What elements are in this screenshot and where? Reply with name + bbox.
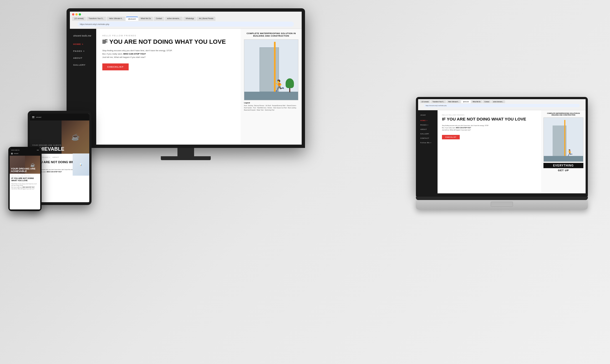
tab-art[interactable]: Art | Bored Panda (197, 17, 215, 21)
laptop-nav-home[interactable]: HOME > (420, 120, 435, 121)
close-dot[interactable] (72, 13, 74, 16)
laptop: (12 unread) Transform Your S... Helix Ul… (416, 97, 588, 210)
tablet-nav-about[interactable]: ABOUT (52, 157, 59, 158)
browser-bar: (12 unread) Transform Your S... Helix Ul… (70, 12, 302, 29)
laptop-trackpad[interactable] (491, 202, 513, 207)
sidebar-item-pages[interactable]: PAGES > (73, 50, 93, 52)
maximize-dot[interactable] (79, 13, 81, 16)
url-text: https://vincent.only1.me/index.php (80, 23, 109, 25)
laptop-tab-6[interactable]: Contact (483, 100, 491, 103)
tab-transform[interactable]: Transform Your S... (87, 17, 106, 21)
legend-items: Roof · Decking · Balcony/Terrace · Lift … (244, 104, 298, 111)
laptop-nav-pages[interactable]: PAGES > (420, 124, 435, 126)
tab-whatsapp[interactable]: WhatsApp (183, 17, 196, 21)
laptop-building-ground (544, 156, 583, 162)
laptop-headline: IF YOU ARE NOT DOING WHAT YOU LOVE (442, 117, 537, 122)
laptop-runner: 🏃 (566, 149, 573, 157)
laptop-nav-follow[interactable]: Follow Me > (420, 142, 435, 143)
phone-logo: vincent (14, 153, 18, 154)
laptop-sidebar: vincent HOME > PAGES > ABOUT GALLERY CON… (418, 110, 438, 193)
phone-carrier: vincent.only1.me (11, 149, 19, 151)
monitor-screen-outer: (12 unread) Transform Your S... Helix Ul… (67, 8, 305, 148)
laptop-nav-about[interactable]: ABOUT (420, 129, 435, 130)
minimize-dot[interactable] (75, 13, 78, 16)
hello-text: HELLO FELLOW FRIENDS (102, 34, 235, 37)
phone-signal: ●●● (37, 149, 39, 151)
tab-unread[interactable]: (12 unread) (72, 17, 86, 21)
browser-controls (72, 13, 299, 16)
laptop-browser-bar: (12 unread) Transform Your S... Helix Ul… (418, 99, 586, 110)
laptop-tab-2[interactable]: Transform Your S... (431, 100, 446, 103)
tab-whatwedo[interactable]: What We Do (139, 17, 153, 21)
phone-status-bar: vincent.only1.me ●●● (10, 148, 40, 151)
monitor-main: HELLO FELLOW FRIENDS IF YOU ARE NOT DOIN… (96, 29, 241, 145)
laptop-tab-1[interactable]: (12 unread) (420, 100, 430, 103)
laptop-getup-text: GET UP (543, 169, 583, 172)
laptop-building-pole (564, 120, 565, 156)
phone-headline: IF YOU ARE NOT DOING WHAT YOU LOVE (11, 177, 39, 182)
laptop-screen: (12 unread) Transform Your S... Helix Ul… (418, 99, 586, 193)
laptop-nav-gallery[interactable]: GALLERY (420, 133, 435, 135)
url-bar[interactable]: https://vincent.only1.me/index.php (78, 22, 294, 27)
tablet-header: vincent (30, 114, 89, 121)
tablet-nav-pages[interactable]: PAGES > (42, 157, 50, 158)
monitor-stand-neck (177, 148, 194, 156)
building-diagram: 🏃 (244, 39, 298, 100)
laptop-bottom-frame (416, 194, 588, 197)
monitor-content: vincent tools.me HOME > PAGES > ABOUT GA… (70, 29, 302, 145)
tab-vincent[interactable]: @vincent (126, 17, 138, 21)
laptop-screen-outer: (12 unread) Transform Your S... Helix Ul… (416, 97, 588, 194)
legend-title: Legend (244, 102, 298, 104)
laptop-right-panel: COMPLETE WATERPROOFING SOLUTION IN BUILD… (541, 110, 586, 193)
browser-tabs: (12 unread) Transform Your S... Helix Ul… (72, 17, 299, 21)
tablet-diagram-small: 📊 (73, 153, 89, 176)
laptop-nav-contact[interactable]: CONTACT (420, 137, 435, 139)
laptop-hinge (416, 197, 588, 200)
building-ground (244, 92, 298, 100)
laptop-base (416, 200, 588, 210)
laptop-building-diagram: 🏃 (543, 117, 583, 162)
monitor-stand-base (161, 156, 211, 160)
legend-box: Legend Roof · Decking · Balcony/Terrace … (244, 102, 298, 111)
laptop-tab-3[interactable]: Helix Ultimate fr... (447, 100, 461, 103)
laptop-url-bar[interactable]: https://vincent.only1.me/index.php (424, 104, 580, 107)
monitor-right-panel: COMPLETE WATERPROOFING SOLUTION IN BUILD… (241, 29, 302, 145)
laptop-browser-tabs: (12 unread) Transform Your S... Helix Ul… (420, 100, 584, 103)
phone-hero: ☕ YOUR DREAMS ARE ACHIEVABLE (10, 156, 40, 174)
tablet-logo: vincent (36, 116, 41, 118)
tablet-hero-subtitle: YOUR DREAMS ARE ALWAYS (32, 144, 87, 146)
phone-header: vincent (10, 151, 40, 156)
laptop-sidebar-logo: vincent (420, 114, 435, 116)
phone-hero-text: YOUR DREAMS ARE ACHIEVABLE (11, 168, 39, 173)
tab-helix[interactable]: Helix Ultimate fr... (107, 17, 125, 21)
desktop-monitor: (12 unread) Transform Your S... Helix Ul… (67, 8, 305, 160)
building-tree (286, 78, 294, 92)
scene: (12 unread) Transform Your S... Helix Ul… (0, 0, 610, 364)
laptop-tab-5[interactable]: What We Do (471, 100, 482, 103)
waterproof-title: COMPLETE WATERPROOFING SOLUTION IN BUILD… (244, 32, 298, 37)
sidebar-item-home[interactable]: HOME > (73, 43, 93, 45)
phone-hamburger-icon[interactable] (11, 153, 13, 154)
laptop-tab-7[interactable]: active domains... (491, 100, 505, 103)
laptop-main: HELLO FELLOW FRIENDS IF YOU ARE NOT DOIN… (438, 110, 541, 193)
tab-domains[interactable]: active domains... (165, 17, 183, 21)
tablet-hamburger-icon[interactable] (32, 116, 34, 118)
runner-figure: 🏃 (272, 79, 286, 92)
tab-contact[interactable]: Contact (154, 17, 164, 21)
sidebar-item-gallery[interactable]: GALLERY (73, 64, 93, 66)
main-body: Stop finding excuses why you don't have … (102, 49, 235, 59)
checklist-button[interactable]: CHECKLIST (102, 63, 129, 70)
phone-hello: HELLO FELLOW FRIENDS (11, 175, 39, 177)
laptop-body: Stop finding excuses why you don't have … (442, 124, 537, 131)
phone-outer: vincent.only1.me ●●● vincent ☕ YOUR DREA… (8, 147, 42, 211)
phone: vincent.only1.me ●●● vincent ☕ YOUR DREA… (8, 147, 42, 211)
laptop-checklist-button[interactable]: CHECKLIST (442, 135, 460, 139)
laptop-content: vincent HOME > PAGES > ABOUT GALLERY CON… (418, 110, 586, 193)
monitor-screen: (12 unread) Transform Your S... Helix Ul… (70, 12, 302, 145)
phone-screen: vincent.only1.me ●●● vincent ☕ YOUR DREA… (10, 148, 40, 209)
phone-hero-overlay: YOUR DREAMS ARE ACHIEVABLE (10, 156, 40, 174)
laptop-tab-4[interactable]: @vincent (461, 100, 471, 103)
sidebar-logo: vincent tools.me (73, 34, 93, 37)
laptop-everything-banner: EVERYTHING (543, 163, 583, 168)
sidebar-item-about[interactable]: ABOUT (73, 57, 93, 59)
